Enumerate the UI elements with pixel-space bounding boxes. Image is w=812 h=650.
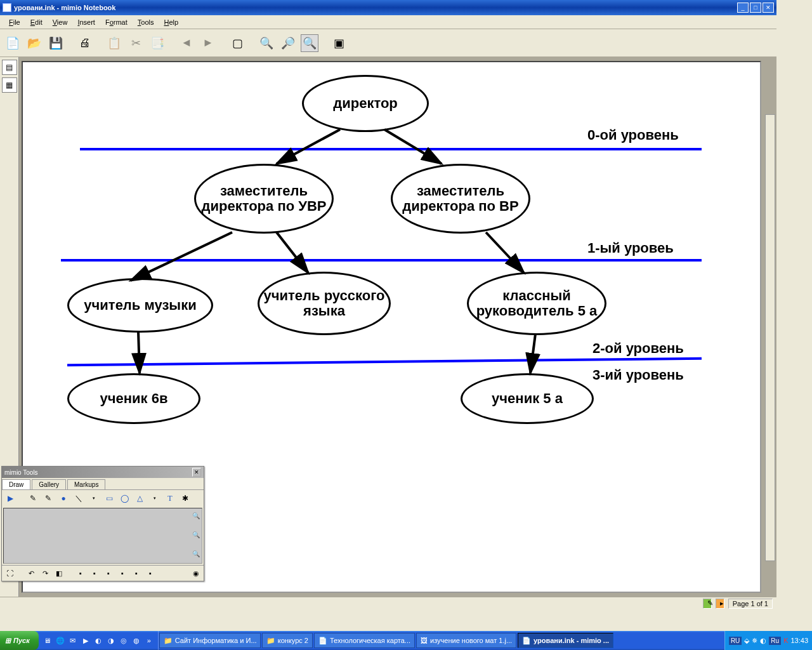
status-nav-icon[interactable]: ▸ bbox=[716, 599, 724, 609]
fullscreen-icon[interactable]: ⛶ bbox=[4, 567, 15, 579]
color3-icon[interactable]: ▪ bbox=[103, 567, 114, 579]
node-director[interactable]: директор bbox=[302, 75, 429, 132]
ellipse-tool-icon[interactable]: ◯ bbox=[119, 493, 130, 504]
back-button[interactable]: ◄ bbox=[178, 34, 195, 52]
pad-zoomin-icon[interactable]: 🔍 bbox=[192, 511, 200, 520]
menu-insert[interactable]: Insert bbox=[72, 17, 100, 27]
task-5[interactable]: 📄уровани.ink - mimio ... bbox=[518, 633, 613, 635]
menubar: File Edit View Insert Format Tools Help bbox=[0, 15, 776, 29]
arrow-tool-icon[interactable]: ▾ bbox=[88, 493, 100, 504]
svg-line-1 bbox=[384, 129, 442, 164]
sidebar-thumbs-icon[interactable]: ▤ bbox=[2, 60, 17, 75]
tab-markups[interactable]: Markups bbox=[67, 479, 105, 489]
status-write-icon[interactable]: ✎ bbox=[703, 599, 712, 609]
mimio-bottomrow: ⛶ ↶ ↷ ◧ ▪ ▪ ▪ ▪ ▪ ▪ ◉ bbox=[2, 565, 204, 581]
minimize-button[interactable]: _ bbox=[737, 3, 749, 13]
task-4[interactable]: 🖼изучение нового мат 1.j... bbox=[416, 633, 516, 635]
mimio-canvas-pad[interactable]: 🔍 🔍 🔍 bbox=[3, 508, 202, 564]
print-button[interactable]: 🖨 bbox=[76, 34, 94, 52]
pad-zoomfit-icon[interactable]: 🔍 bbox=[192, 549, 200, 558]
dot-tool-icon[interactable]: ● bbox=[58, 493, 69, 504]
pad-zoomout-icon[interactable]: 🔍 bbox=[192, 530, 200, 539]
task-3[interactable]: 📄Технологическая карта... bbox=[314, 633, 415, 635]
menu-edit[interactable]: Edit bbox=[25, 17, 48, 27]
sidebar-slides-icon[interactable]: ▦ bbox=[2, 77, 17, 93]
fullscreen-button[interactable]: ▣ bbox=[330, 34, 348, 52]
statusbar: ✎ ▸ Page 1 of 1 bbox=[0, 597, 776, 609]
titlebar: уровани.ink - mimio Notebook _ □ ✕ bbox=[0, 0, 776, 15]
mimio-tools-close-icon[interactable]: ✕ bbox=[192, 468, 201, 477]
color4-icon[interactable]: ▪ bbox=[117, 567, 128, 579]
node-russian[interactable]: учитель русского языка bbox=[258, 272, 391, 335]
rect-tool-icon[interactable]: ▭ bbox=[103, 493, 115, 504]
menu-file[interactable]: File bbox=[4, 17, 25, 27]
app-icon bbox=[3, 3, 11, 12]
triangle-tool-icon[interactable]: △ bbox=[134, 493, 145, 504]
svg-line-3 bbox=[277, 232, 308, 273]
menu-tools[interactable]: Tools bbox=[133, 17, 159, 27]
quick-launch: 🖥 🌐 ✉ ▶ ◐ ◑ ◎ ◍ » bbox=[39, 631, 159, 635]
level-line-0 bbox=[80, 148, 702, 150]
svg-line-5 bbox=[138, 331, 140, 373]
level2-label: 2-ой уровень bbox=[593, 340, 684, 357]
color6-icon[interactable]: ▪ bbox=[145, 567, 156, 579]
text-tool-icon[interactable]: T bbox=[164, 493, 176, 504]
stamp-tool-icon[interactable]: ✱ bbox=[180, 493, 191, 504]
level0-label: 0-ой уровень bbox=[587, 127, 679, 143]
svg-line-0 bbox=[277, 129, 340, 164]
paste-button[interactable]: 📋 bbox=[105, 34, 123, 52]
taskbar: ⊞Пуск 🖥 🌐 ✉ ▶ ◐ ◑ ◎ ◍ » 📁Сайт Информатик… bbox=[0, 631, 776, 635]
mimio-tools-titlebar[interactable]: mimio Tools ✕ bbox=[2, 467, 204, 478]
svg-line-4 bbox=[486, 232, 524, 273]
eraser-icon[interactable]: ◧ bbox=[53, 567, 65, 579]
pointer-tool-icon[interactable]: ▶ bbox=[4, 493, 16, 504]
level1-label: 1-ый уровеь bbox=[587, 240, 674, 256]
line-tool-icon[interactable]: ＼ bbox=[73, 493, 84, 504]
forward-button[interactable]: ► bbox=[199, 34, 217, 52]
node-student6v[interactable]: ученик 6в bbox=[67, 373, 200, 424]
start-button[interactable]: ⊞Пуск bbox=[0, 631, 39, 635]
tab-gallery[interactable]: Gallery bbox=[32, 479, 66, 489]
svg-line-2 bbox=[131, 232, 232, 281]
menu-help[interactable]: Help bbox=[159, 17, 183, 27]
tab-draw[interactable]: Draw bbox=[2, 479, 30, 489]
node-deputy-vr[interactable]: заместитель директора по ВР bbox=[391, 164, 530, 234]
spotlight-icon[interactable]: ◉ bbox=[190, 567, 202, 579]
color2-icon[interactable]: ▪ bbox=[89, 567, 100, 579]
level-line-2 bbox=[67, 357, 702, 366]
node-deputy-uvr[interactable]: заместитель директора по УВР bbox=[194, 164, 334, 234]
node-student5a[interactable]: ученик 5 a bbox=[461, 373, 594, 424]
pen-tool-icon[interactable]: ✎ bbox=[27, 493, 39, 504]
color1-icon[interactable]: ▪ bbox=[75, 567, 86, 579]
dropdown-icon[interactable]: ▾ bbox=[149, 493, 160, 504]
system-tray: RU ⬙ ✵ ◐ Ru K 13:43 bbox=[724, 631, 776, 635]
node-music[interactable]: учитель музыки bbox=[67, 278, 213, 333]
copy-button[interactable]: 📑 bbox=[148, 34, 166, 52]
menu-view[interactable]: View bbox=[48, 17, 73, 27]
open-button[interactable]: 📂 bbox=[25, 34, 43, 52]
highlighter-tool-icon[interactable]: ✎ bbox=[43, 493, 54, 504]
newpage-button[interactable]: ▢ bbox=[228, 34, 246, 52]
zoomin-button[interactable]: 🔍 bbox=[258, 34, 275, 52]
redo-icon[interactable]: ↷ bbox=[39, 567, 51, 579]
task-2[interactable]: 📁конкурс 2 bbox=[262, 633, 313, 635]
mimio-tools-title: mimio Tools bbox=[4, 469, 38, 476]
node-classroom[interactable]: классный руководитель 5 a bbox=[467, 272, 606, 335]
page-indicator: Page 1 of 1 bbox=[728, 599, 773, 609]
new-button[interactable]: 📄 bbox=[4, 34, 22, 52]
mimio-toolrow: ▶ ✎ ✎ ● ＼ ▾ ▭ ◯ △ ▾ T ✱ bbox=[2, 490, 204, 507]
level3-label: 3-ий уровень bbox=[593, 367, 684, 383]
vertical-scrollbar[interactable] bbox=[765, 114, 775, 561]
zoomfit-button[interactable]: 🔍 bbox=[301, 34, 318, 52]
undo-icon[interactable]: ↶ bbox=[25, 567, 37, 579]
svg-line-6 bbox=[530, 334, 535, 373]
save-button[interactable]: 💾 bbox=[47, 34, 65, 52]
cut-button[interactable]: ✂ bbox=[127, 34, 145, 52]
zoomout-button[interactable]: 🔎 bbox=[279, 34, 297, 52]
task-1[interactable]: 📁Сайт Информатика и И... bbox=[159, 633, 261, 635]
maximize-button[interactable]: □ bbox=[750, 3, 761, 13]
close-button[interactable]: ✕ bbox=[763, 3, 774, 13]
menu-format[interactable]: Format bbox=[100, 17, 133, 27]
color5-icon[interactable]: ▪ bbox=[131, 567, 142, 579]
mimio-tabs: Draw Gallery Markups bbox=[2, 478, 204, 490]
